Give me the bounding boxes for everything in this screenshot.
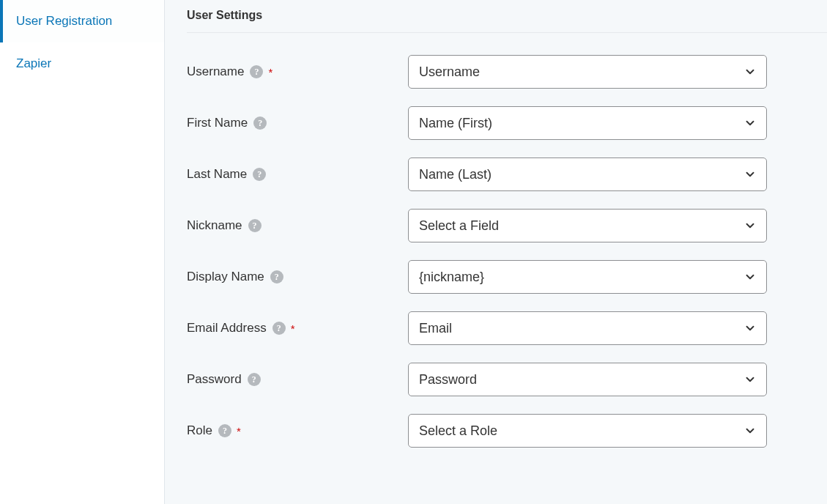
select-nickname[interactable]: Select a Field — [408, 209, 767, 242]
main-content: User Settings Username ? * Username Firs… — [165, 0, 827, 504]
field-label-wrap: Display Name ? — [187, 270, 408, 284]
select-last-name[interactable]: Name (Last) — [408, 158, 767, 191]
field-row-role: Role ? * Select a Role — [187, 414, 827, 448]
field-row-first-name: First Name ? Name (First) — [187, 106, 827, 140]
field-label-wrap: Password ? — [187, 372, 408, 387]
sidebar: User Registration Zapier — [0, 0, 165, 504]
sidebar-item-user-registration[interactable]: User Registration — [0, 0, 164, 42]
field-row-nickname: Nickname ? Select a Field — [187, 209, 827, 242]
field-row-display-name: Display Name ? {nickname} — [187, 260, 827, 294]
field-row-last-name: Last Name ? Name (Last) — [187, 158, 827, 191]
help-icon[interactable]: ? — [253, 116, 267, 130]
sidebar-item-label: Zapier — [16, 56, 51, 70]
select-value: {nickname} — [419, 270, 484, 285]
field-label-wrap: First Name ? — [187, 116, 408, 130]
select-email-address[interactable]: Email — [408, 311, 767, 345]
help-icon[interactable]: ? — [253, 168, 266, 181]
field-label-wrap: Last Name ? — [187, 167, 408, 182]
field-label: Username — [187, 64, 244, 79]
field-label-wrap: Username ? * — [187, 64, 408, 79]
field-label: Password — [187, 372, 242, 387]
select-value: Username — [419, 64, 480, 80]
field-label: Nickname — [187, 218, 242, 233]
select-box: Select a Role — [408, 414, 767, 448]
select-value: Name (Last) — [419, 167, 492, 182]
field-label: First Name — [187, 116, 248, 130]
select-password[interactable]: Password — [408, 363, 767, 396]
field-row-password: Password ? Password — [187, 363, 827, 396]
select-username[interactable]: Username — [408, 55, 767, 89]
field-label-wrap: Nickname ? — [187, 218, 408, 233]
field-label-wrap: Role ? * — [187, 423, 408, 438]
select-box: Password — [408, 363, 767, 396]
select-first-name[interactable]: Name (First) — [408, 106, 767, 140]
select-box: Select a Field — [408, 209, 767, 242]
select-role[interactable]: Select a Role — [408, 414, 767, 448]
select-box: Email — [408, 311, 767, 345]
help-icon[interactable]: ? — [248, 373, 261, 386]
field-label: Last Name — [187, 167, 247, 182]
help-icon[interactable]: ? — [218, 424, 231, 437]
select-value: Email — [419, 321, 452, 336]
field-row-email-address: Email Address ? * Email — [187, 311, 827, 345]
select-box: Username — [408, 55, 767, 89]
select-value: Select a Role — [419, 423, 497, 439]
help-icon[interactable]: ? — [250, 65, 263, 78]
help-icon[interactable]: ? — [248, 219, 262, 232]
select-value: Name (First) — [419, 116, 492, 131]
field-label: Email Address — [187, 321, 267, 336]
required-asterisk: * — [268, 66, 272, 78]
required-asterisk: * — [237, 425, 241, 437]
sidebar-item-zapier[interactable]: Zapier — [0, 42, 164, 85]
section-title: User Settings — [187, 7, 827, 33]
help-icon[interactable]: ? — [272, 322, 286, 335]
field-row-username: Username ? * Username — [187, 55, 827, 89]
select-display-name[interactable]: {nickname} — [408, 260, 767, 294]
help-icon[interactable]: ? — [270, 270, 283, 284]
select-box: Name (Last) — [408, 158, 767, 191]
sidebar-item-label: User Registration — [16, 14, 112, 28]
field-label: Display Name — [187, 270, 264, 284]
select-value: Select a Field — [419, 218, 499, 234]
select-value: Password — [419, 372, 477, 388]
field-label-wrap: Email Address ? * — [187, 321, 408, 336]
app-layout: User Registration Zapier User Settings U… — [0, 0, 827, 504]
select-box: {nickname} — [408, 260, 767, 294]
field-label: Role — [187, 423, 212, 438]
required-asterisk: * — [291, 322, 295, 335]
select-box: Name (First) — [408, 106, 767, 140]
